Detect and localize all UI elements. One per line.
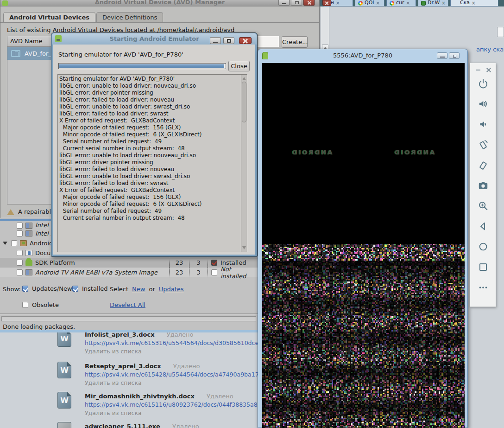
starting-emulator-dialog: Starting Android Emulator Starting emula… xyxy=(51,32,258,257)
sdk-package-row[interactable]: Android TV ARM EABI v7a System Image 23 … xyxy=(0,268,258,277)
sdk-package-row[interactable]: SDK Platform 23 3 Installed xyxy=(0,258,258,268)
updates-new-checkbox[interactable] xyxy=(22,286,28,292)
download-url-link[interactable]: https://psv4.vk.me/c615316/u5544564/docs… xyxy=(85,339,259,346)
tab-device-definitions[interactable]: Device Definitions xyxy=(96,12,163,23)
overview-icon[interactable] xyxy=(477,261,490,274)
scroll-down-icon[interactable] xyxy=(242,246,246,250)
log-line: libGL error: unable to load driver: swra… xyxy=(59,173,239,180)
tab-label: Ска xyxy=(460,0,470,6)
filter-updates-new[interactable]: Updates/New xyxy=(22,285,72,292)
tree-expander-icon[interactable] xyxy=(3,242,7,247)
partial-button[interactable] xyxy=(497,27,504,37)
close-button[interactable] xyxy=(303,0,315,6)
close-button[interactable] xyxy=(239,37,252,44)
updates-new-label: Updates/New xyxy=(32,285,72,292)
panel-minimize-icon[interactable] xyxy=(476,70,480,70)
camera-icon[interactable] xyxy=(477,179,490,192)
obsolete-checkbox[interactable] xyxy=(22,302,28,308)
maximize-icon xyxy=(295,1,299,4)
emulator-screen[interactable]: ANDROID ANDROID xyxy=(262,63,465,428)
dialog-body: Starting emulator for AVD 'AVD_for_P780'… xyxy=(53,45,255,255)
package-name: SDK Platform xyxy=(35,259,75,266)
power-icon[interactable] xyxy=(477,77,490,90)
emulator-title: 5556:AVD_for_P780 xyxy=(258,52,467,59)
emulator-log-area[interactable]: Starting emulator for AVD 'AVD_for_P780'… xyxy=(57,74,247,252)
log-scrollbar[interactable] xyxy=(241,75,247,252)
emulator-titlebar[interactable]: 5556:AVD_for_P780 xyxy=(258,49,467,62)
log-line: Current serial number in output stream: … xyxy=(59,145,239,152)
installed-label: Installed xyxy=(82,285,107,292)
tab-android-virtual-devices[interactable]: Android Virtual Devices xyxy=(3,12,95,23)
corrupted-framebuffer-noise xyxy=(262,244,465,428)
android-boot-logo: ANDROID xyxy=(291,149,332,156)
log-line: X Error of failed request: GLXBadContext xyxy=(59,117,239,124)
avd-search-field[interactable] xyxy=(255,36,279,47)
tab-divider xyxy=(0,22,319,23)
browser-tab[interactable]: QOI × xyxy=(355,0,384,6)
tab-close-icon[interactable]: × xyxy=(376,0,380,6)
remove-from-list-link[interactable]: Удалить из списка xyxy=(85,379,142,386)
rotate-left-icon[interactable] xyxy=(477,138,490,151)
package-type-icon xyxy=(25,269,32,275)
browser-scrollbar[interactable] xyxy=(321,6,329,50)
file-type-icon: W xyxy=(57,392,71,409)
panel-close-icon[interactable] xyxy=(485,67,491,73)
rotate-right-icon[interactable] xyxy=(477,159,490,172)
sdk-status-text: Done loading packages. xyxy=(3,323,75,330)
drweb-favicon xyxy=(421,1,426,6)
back-icon[interactable] xyxy=(477,220,490,233)
volume-down-icon[interactable] xyxy=(477,118,490,131)
package-checkbox[interactable] xyxy=(17,260,23,266)
tab-close-icon[interactable]: × xyxy=(406,0,410,6)
minimize-button[interactable] xyxy=(437,52,447,59)
installed-checkbox[interactable] xyxy=(72,286,78,292)
zoom-icon[interactable] xyxy=(477,199,490,212)
download-filename[interactable]: Mir_domashnikh_zhivtnykh.docx xyxy=(85,393,195,400)
select-updates-link[interactable]: Updates xyxy=(159,286,184,293)
download-url-link[interactable]: https://psv4.vk.me/c615428/u5544564/docs… xyxy=(85,371,259,378)
browser-tab[interactable]: Dr.W × xyxy=(418,0,448,6)
volume-up-icon[interactable] xyxy=(477,97,490,110)
package-checkbox[interactable] xyxy=(11,240,17,246)
remove-from-list-link[interactable]: Удалить из списка xyxy=(85,409,142,416)
google-favicon xyxy=(390,1,394,6)
log-line: Current serial number in output stream: … xyxy=(59,215,239,222)
create-avd-button[interactable]: Create... xyxy=(282,36,308,48)
emulator-window: 5556:AVD_for_P780 ANDROID ANDROID xyxy=(258,49,468,428)
avd-manager-titlebar[interactable]: Android Virtual Device (AVD) Manager xyxy=(0,0,319,6)
home-icon[interactable] xyxy=(477,240,490,253)
select-new-link[interactable]: New xyxy=(132,286,145,293)
package-checkbox[interactable] xyxy=(17,269,23,275)
log-line: Major opcode of failed request: 156 (GLX… xyxy=(59,194,239,201)
download-url-link[interactable]: https://psv4.vk.me/c615116/u80923762/doc… xyxy=(85,401,259,408)
maximize-button[interactable] xyxy=(291,0,302,6)
scroll-up-icon[interactable] xyxy=(242,76,246,80)
dialog-close-button[interactable]: Close xyxy=(228,61,250,71)
install-status-icon xyxy=(211,269,217,275)
tab-close-icon[interactable]: × xyxy=(336,0,340,6)
remove-from-list-link[interactable]: Удалить из списка xyxy=(85,348,142,355)
download-status: Удалено xyxy=(207,393,233,400)
filter-obsolete[interactable]: Obsolete xyxy=(22,301,59,308)
more-options-icon[interactable] xyxy=(477,281,490,294)
package-checkbox[interactable] xyxy=(17,223,23,229)
browser-tab[interactable]: cur × xyxy=(386,0,416,6)
deselect-all-link[interactable]: Deselect All xyxy=(110,301,145,308)
package-checkbox[interactable] xyxy=(17,230,23,236)
tab-close-icon[interactable]: × xyxy=(441,0,445,6)
maximize-button[interactable] xyxy=(223,37,234,44)
open-downloads-folder-link[interactable]: апку скачанны xyxy=(476,46,504,53)
dialog-titlebar[interactable]: Starting Android Emulator xyxy=(52,33,257,45)
download-filename[interactable]: adwcleaner_5.111.exe xyxy=(85,423,160,428)
maximize-button[interactable] xyxy=(449,52,460,59)
package-checkbox[interactable] xyxy=(17,250,23,256)
filter-installed[interactable]: Installed xyxy=(72,285,107,292)
minimize-button[interactable] xyxy=(278,0,290,6)
minimize-button[interactable] xyxy=(210,37,221,44)
download-filename[interactable]: Retsepty_aprel_3.docx xyxy=(85,363,161,370)
browser-tab-downloads[interactable]: Ска × xyxy=(450,0,498,6)
tab-close-icon[interactable]: × xyxy=(472,0,475,6)
scroll-thumb[interactable] xyxy=(242,82,246,122)
log-line: Serial number of failed request: 49 xyxy=(59,208,239,215)
background-window-close-icon[interactable] xyxy=(322,0,331,6)
